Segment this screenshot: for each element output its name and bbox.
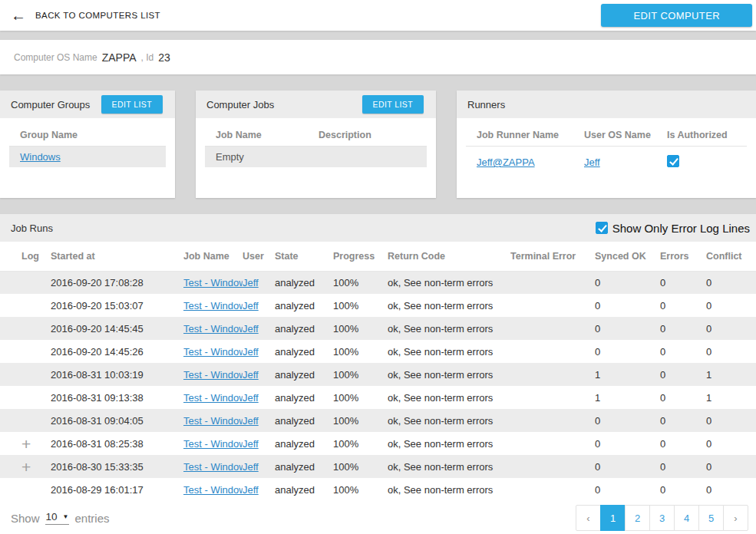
conflict-cell: 0 — [706, 432, 756, 455]
user-link[interactable]: Jeff — [243, 277, 259, 288]
state-cell: analyzed — [275, 409, 333, 432]
job-run-row: +2016-08-31 08:25:38Test - WindowsJeffan… — [0, 432, 756, 455]
user-link[interactable]: Jeff — [243, 300, 259, 312]
id-label: , Id — [141, 52, 154, 63]
job-name-link[interactable]: Test - Windows — [183, 461, 243, 473]
progress-cell: 100% — [333, 478, 388, 501]
started-at-cell: 2016-08-31 09:13:38 — [51, 386, 183, 409]
job-name-link[interactable]: Test - Windows — [183, 323, 243, 335]
progress-cell: 100% — [333, 432, 388, 455]
computer-jobs-panel: Computer Jobs EDIT LIST Job Name Descrip… — [196, 91, 436, 198]
errors-cell: 0 — [660, 409, 706, 432]
job-run-row: 2016-09-20 15:03:07Test - WindowsJeffana… — [0, 294, 756, 317]
edit-groups-list-button[interactable]: EDIT LIST — [101, 95, 163, 114]
runner-user-link[interactable]: Jeff — [584, 157, 600, 168]
job-runner-link[interactable]: Jeff@ZAPPA — [477, 157, 535, 168]
user-link[interactable]: Jeff — [243, 346, 259, 358]
expand-log-icon[interactable]: + — [21, 459, 31, 475]
terminal-error-cell — [510, 478, 595, 501]
pagination-page-3[interactable]: 3 — [649, 505, 675, 531]
synced-ok-cell: 0 — [595, 271, 660, 294]
terminal-error-cell — [510, 386, 595, 409]
expand-log-icon[interactable]: + — [21, 436, 31, 452]
job-name-link[interactable]: Test - Windows — [183, 369, 243, 381]
os-name-label: Computer OS Name — [14, 52, 97, 63]
pagination-page-1[interactable]: 1 — [600, 505, 626, 531]
errors-cell: 0 — [660, 363, 706, 386]
terminal-error-cell — [510, 317, 595, 340]
edit-jobs-list-button[interactable]: EDIT LIST — [362, 95, 424, 114]
job-name-link[interactable]: Test - Windows — [183, 300, 243, 312]
synced-ok-cell: 0 — [595, 432, 660, 455]
is-authorized-column-header: Is Authorized — [656, 130, 747, 140]
job-name-link[interactable]: Test - Windows — [183, 415, 243, 427]
page-size-select[interactable]: 10 ▼ — [45, 511, 70, 525]
entries-label: entries — [74, 512, 109, 525]
started-at-cell: 2016-08-31 09:04:05 — [51, 409, 183, 432]
conflict-cell: 0 — [706, 455, 756, 478]
pagination-page-4[interactable]: 4 — [674, 505, 699, 531]
terminal-error-cell — [510, 271, 595, 294]
state-cell: analyzed — [275, 432, 333, 455]
user-link[interactable]: Jeff — [243, 415, 259, 427]
conflict-cell: 0 — [706, 478, 756, 501]
log-cell: + — [0, 455, 51, 478]
job-name-cell: Test - Windows — [183, 386, 243, 409]
computer-jobs-title: Computer Jobs — [206, 99, 274, 110]
job-name-link[interactable]: Test - Windows — [183, 438, 243, 450]
job-runs-column-header: Terminal Error — [510, 242, 595, 271]
synced-ok-cell: 1 — [595, 363, 660, 386]
job-runs-header: Job Runs Show Only Error Log Lines — [0, 214, 756, 242]
pagination-page-5[interactable]: 5 — [698, 505, 724, 531]
pagination-next-button[interactable]: › — [723, 505, 748, 531]
synced-ok-cell: 0 — [595, 478, 660, 501]
job-name-cell: Test - Windows — [183, 317, 243, 340]
pagination-prev-button[interactable]: ‹ — [576, 505, 601, 531]
terminal-error-cell — [510, 294, 595, 317]
job-runs-column-header: Errors — [660, 242, 706, 271]
conflict-cell: 0 — [706, 317, 756, 340]
pagination-page-2[interactable]: 2 — [625, 505, 650, 531]
errors-cell: 0 — [660, 317, 706, 340]
user-cell: Jeff — [243, 363, 275, 386]
group-link[interactable]: Windows — [20, 151, 61, 163]
started-at-cell: 2016-08-31 10:03:19 — [51, 363, 183, 386]
error-log-filter[interactable]: Show Only Error Log Lines — [596, 222, 750, 235]
conflict-cell: 0 — [706, 271, 756, 294]
job-name-link[interactable]: Test - Windows — [183, 346, 243, 358]
show-only-error-log-lines-checkbox[interactable] — [596, 222, 608, 234]
log-cell — [0, 363, 51, 386]
log-cell — [0, 340, 51, 363]
job-name-link[interactable]: Test - Windows — [183, 277, 243, 288]
back-to-computers-list-link[interactable]: BACK TO COMPUTERS LIST — [35, 11, 160, 20]
progress-cell: 100% — [333, 317, 388, 340]
user-link[interactable]: Jeff — [243, 461, 259, 473]
is-authorized-checkbox[interactable] — [667, 155, 679, 167]
back-arrow-icon[interactable]: ← — [11, 8, 26, 23]
return-code-cell: ok, See non-term errors — [388, 432, 510, 455]
job-empty-label: Empty — [205, 151, 308, 163]
computer-groups-title: Computer Groups — [11, 99, 90, 110]
computer-groups-header: Computer Groups EDIT LIST — [0, 91, 175, 118]
job-runner-name-column-header: Job Runner Name — [466, 130, 573, 140]
log-cell — [0, 294, 51, 317]
user-link[interactable]: Jeff — [243, 484, 259, 496]
user-os-name-column-header: User OS Name — [573, 130, 656, 140]
panels-row: Computer Groups EDIT LIST Group Name Win… — [0, 91, 756, 198]
state-cell: analyzed — [275, 271, 333, 294]
job-name-link[interactable]: Test - Windows — [183, 484, 243, 496]
job-name-link[interactable]: Test - Windows — [183, 392, 243, 404]
errors-cell: 0 — [660, 432, 706, 455]
user-link[interactable]: Jeff — [243, 323, 259, 335]
job-runs-column-header: Log — [0, 242, 51, 271]
terminal-error-cell — [510, 363, 595, 386]
errors-cell: 0 — [660, 294, 706, 317]
user-link[interactable]: Jeff — [243, 369, 259, 381]
user-link[interactable]: Jeff — [243, 392, 259, 404]
job-name-cell: Test - Windows — [183, 432, 243, 455]
log-cell: + — [0, 432, 51, 455]
user-link[interactable]: Jeff — [243, 438, 259, 450]
os-name-value: ZAPPA — [102, 51, 137, 64]
topbar: ← BACK TO COMPUTERS LIST EDIT COMPUTER — [0, 0, 756, 31]
edit-computer-button[interactable]: EDIT COMPUTER — [601, 4, 752, 27]
